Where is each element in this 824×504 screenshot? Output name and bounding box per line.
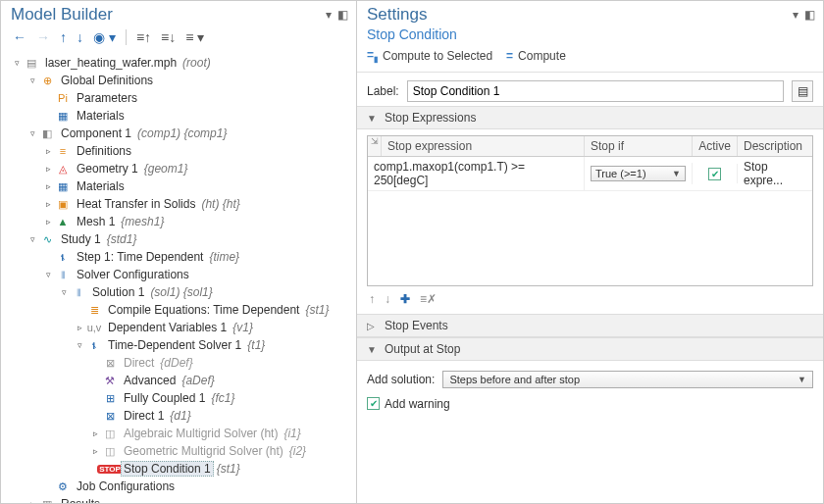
cell-description[interactable]: Stop expre... bbox=[738, 157, 812, 190]
tree-node[interactable]: ▹⊠Direct 1{d1} bbox=[5, 407, 352, 425]
nav-up-icon[interactable]: ↑ bbox=[58, 28, 69, 46]
move-up-icon[interactable]: ↑ bbox=[369, 292, 375, 306]
tree-node-icon: ▲ bbox=[55, 214, 71, 229]
delete-row-icon[interactable]: ≡✗ bbox=[420, 292, 437, 306]
show-icon[interactable]: ◉ ▾ bbox=[91, 28, 118, 46]
table-row[interactable]: comp1.maxop1(comp1.T) >= 250[degC] True … bbox=[368, 157, 812, 191]
tree-node[interactable]: ▹⊞Fully Coupled 1{fc1} bbox=[5, 389, 352, 407]
settings-panel: Settings ▾ ◧ Stop Condition =▮Compute to… bbox=[357, 1, 823, 503]
tree-expand-icon[interactable]: ▹ bbox=[26, 499, 38, 503]
settings-toolbar: =▮Compute to Selected =Compute bbox=[357, 46, 823, 73]
tree-node[interactable]: ▹STOPStop Condition 1{st1} bbox=[5, 460, 352, 478]
tree-node[interactable]: ▿⫴Solution 1(sol1) {sol1} bbox=[5, 283, 352, 301]
active-checkbox[interactable]: ✔ bbox=[708, 168, 721, 180]
tree-node[interactable]: ▹⫮Step 1: Time Dependent{time} bbox=[5, 248, 352, 266]
compute-icon: = bbox=[506, 49, 513, 63]
tree-collapse-icon[interactable]: ▿ bbox=[26, 128, 38, 138]
tree-node[interactable]: ▹▲Mesh 1{mesh1} bbox=[5, 213, 352, 230]
tree-node[interactable]: ▹PiParameters bbox=[5, 89, 352, 107]
panel-menu-icon[interactable]: ▾ bbox=[326, 8, 332, 22]
col-active[interactable]: Active bbox=[693, 136, 738, 156]
label-input[interactable] bbox=[407, 80, 784, 102]
nav-down-icon[interactable]: ↓ bbox=[75, 28, 85, 46]
section-stop-events-header[interactable]: ▷ Stop Events bbox=[357, 314, 823, 337]
tree-node-suffix: (ht) {ht} bbox=[201, 197, 239, 211]
tree-node-suffix: {geom1} bbox=[144, 162, 188, 176]
tree-node-label: Direct 1 bbox=[121, 408, 167, 424]
tree-node-icon: ⫴ bbox=[71, 284, 86, 300]
collapse-icon[interactable]: ≡↑ bbox=[134, 28, 153, 46]
col-stop-if[interactable]: Stop if bbox=[585, 136, 693, 156]
tree-collapse-icon[interactable]: ▿ bbox=[26, 76, 38, 85]
add-warning-checkbox[interactable]: ✔ Add warning bbox=[367, 397, 450, 411]
panel-pin-icon[interactable]: ◧ bbox=[337, 8, 348, 22]
move-down-icon[interactable]: ↓ bbox=[385, 292, 390, 306]
tree-node-label: Component 1 bbox=[58, 126, 134, 141]
model-tree[interactable]: ▿▤laser_heating_wafer.mph(root)▿⊕Global … bbox=[1, 52, 356, 503]
tree-node[interactable]: ▹◬Geometry 1{geom1} bbox=[5, 160, 352, 177]
expand-icon[interactable]: ≡↓ bbox=[159, 28, 178, 46]
panel-menu-icon[interactable]: ▾ bbox=[793, 8, 798, 22]
tree-collapse-icon[interactable]: ▿ bbox=[74, 340, 85, 350]
tree-node[interactable]: ▹▣Heat Transfer in Solids(ht) {ht} bbox=[5, 195, 352, 213]
panel-pin-icon[interactable]: ◧ bbox=[804, 8, 815, 22]
tree-node-icon: ⚙ bbox=[55, 479, 71, 494]
add-row-icon[interactable]: ✚ bbox=[400, 292, 410, 306]
tree-node[interactable]: ▿▤laser_heating_wafer.mph(root) bbox=[5, 54, 352, 72]
tree-expand-icon[interactable]: ▹ bbox=[89, 428, 101, 438]
compute-to-selected-button[interactable]: =▮Compute to Selected bbox=[367, 48, 492, 64]
section-stop-expressions-header[interactable]: ▼ Stop Expressions bbox=[357, 106, 823, 129]
tree-node[interactable]: ▹⚒Advanced{aDef} bbox=[5, 372, 352, 389]
tree-collapse-icon[interactable]: ▿ bbox=[11, 58, 23, 68]
tree-node-label: Heat Transfer in Solids bbox=[74, 196, 198, 212]
tree-collapse-icon[interactable]: ▿ bbox=[42, 270, 54, 279]
tree-expand-icon[interactable]: ▹ bbox=[42, 164, 54, 174]
tree-node-icon: ◧ bbox=[39, 126, 55, 141]
tree-node[interactable]: ▹▥Results bbox=[5, 495, 352, 503]
tree-node-icon: ⊕ bbox=[39, 73, 55, 88]
tree-expand-icon[interactable]: ▹ bbox=[89, 446, 101, 456]
tree-node[interactable]: ▿∿Study 1{std1} bbox=[5, 230, 352, 248]
table-corner[interactable]: ⇲ bbox=[368, 136, 382, 156]
tree-node[interactable]: ▹◫Algebraic Multigrid Solver (ht){i1} bbox=[5, 425, 352, 442]
section-output-header[interactable]: ▼ Output at Stop bbox=[357, 337, 823, 361]
tree-node[interactable]: ▿⫴Solver Configurations bbox=[5, 266, 352, 283]
tree-node[interactable]: ▹⚙Job Configurations bbox=[5, 478, 352, 495]
tree-node[interactable]: ▹▦Materials bbox=[5, 177, 352, 195]
tree-expand-icon[interactable]: ▹ bbox=[42, 181, 54, 191]
tree-expand-icon[interactable]: ▹ bbox=[42, 199, 54, 209]
tree-node[interactable]: ▹▦Materials bbox=[5, 107, 352, 125]
tree-menu-icon[interactable]: ≡ ▾ bbox=[183, 28, 206, 46]
compute-button[interactable]: =Compute bbox=[506, 49, 566, 63]
tree-node[interactable]: ▹⊠Direct{dDef} bbox=[5, 354, 352, 372]
tree-node-icon: ⊠ bbox=[102, 408, 118, 424]
tree-node-icon: STOP bbox=[102, 461, 118, 477]
tree-expand-icon[interactable]: ▹ bbox=[74, 323, 85, 332]
tree-node[interactable]: ▿◧Component 1(comp1) {comp1} bbox=[5, 125, 352, 142]
tree-node-icon: Pi bbox=[55, 90, 71, 106]
label-link-icon[interactable]: ▤ bbox=[792, 80, 813, 102]
col-stop-expression[interactable]: Stop expression bbox=[382, 136, 585, 156]
tree-node-icon: ▣ bbox=[55, 196, 71, 212]
tree-node[interactable]: ▹◫Geometric Multigrid Solver (ht){i2} bbox=[5, 442, 352, 460]
add-solution-combo[interactable]: Steps before and after stop ▼ bbox=[442, 371, 813, 388]
nav-forward-icon[interactable]: → bbox=[34, 28, 52, 46]
table-empty-area[interactable] bbox=[368, 191, 812, 285]
tree-node-suffix: {i2} bbox=[289, 444, 306, 458]
tree-node[interactable]: ▿⊕Global Definitions bbox=[5, 72, 352, 89]
tree-collapse-icon[interactable]: ▿ bbox=[26, 234, 38, 244]
tree-expand-icon[interactable]: ▹ bbox=[42, 217, 54, 227]
col-description[interactable]: Description bbox=[738, 136, 812, 156]
tree-node[interactable]: ▹≡Definitions bbox=[5, 142, 352, 160]
tree-expand-icon[interactable]: ▹ bbox=[42, 146, 54, 156]
tree-node-icon: ≡ bbox=[55, 143, 71, 159]
tree-node-label: Definitions bbox=[74, 143, 134, 159]
cell-expression[interactable]: comp1.maxop1(comp1.T) >= 250[degC] bbox=[368, 157, 585, 190]
tree-node[interactable]: ▿⫮Time-Dependent Solver 1{t1} bbox=[5, 336, 352, 354]
tree-collapse-icon[interactable]: ▿ bbox=[58, 287, 70, 297]
tree-node[interactable]: ▹u,vDependent Variables 1{v1} bbox=[5, 319, 352, 336]
tree-node[interactable]: ▹≣Compile Equations: Time Dependent{st1} bbox=[5, 301, 352, 319]
stopif-combo[interactable]: True (>=1) ▼ bbox=[591, 166, 686, 181]
nav-back-icon[interactable]: ← bbox=[11, 28, 28, 46]
tree-node-label: Global Definitions bbox=[58, 73, 156, 88]
